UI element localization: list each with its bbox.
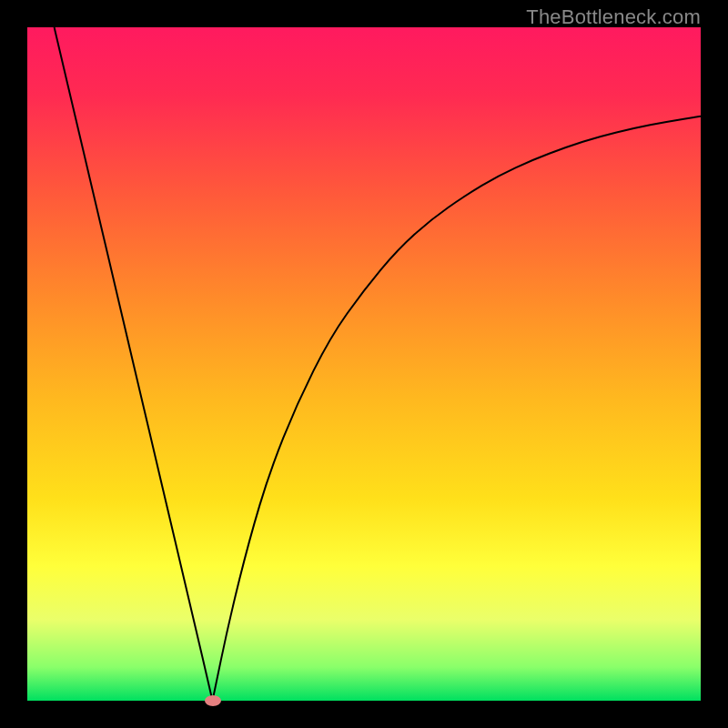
plot-area bbox=[27, 27, 701, 701]
curve-svg bbox=[27, 27, 701, 701]
right-branch-path bbox=[213, 116, 702, 701]
optimal-point-marker bbox=[205, 695, 221, 706]
attribution-text: TheBottleneck.com bbox=[526, 5, 701, 29]
left-branch-path bbox=[55, 27, 213, 701]
chart-container: TheBottleneck.com bbox=[0, 0, 728, 728]
